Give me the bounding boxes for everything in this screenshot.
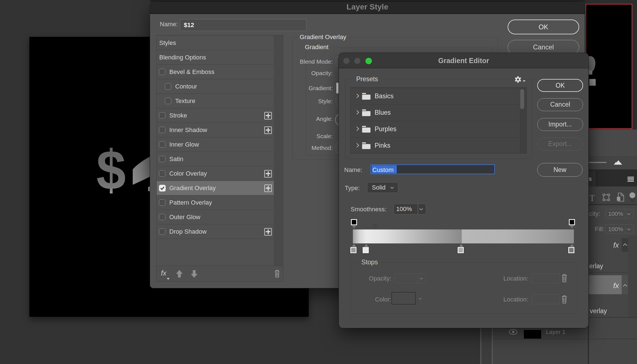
svg-text:$: $ [96, 139, 126, 201]
